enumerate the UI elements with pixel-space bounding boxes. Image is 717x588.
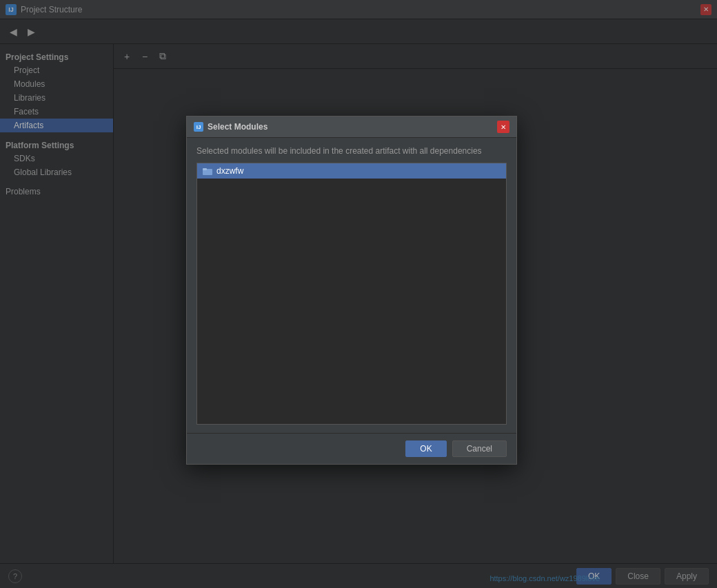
- dialog-description: Selected modules will be included in the…: [196, 146, 507, 156]
- module-label: dxzwfw: [216, 166, 243, 176]
- svg-rect-1: [203, 168, 207, 170]
- dialog-ok-button[interactable]: OK: [405, 440, 446, 457]
- dialog-body: Selected modules will be included in the…: [187, 138, 516, 433]
- modal-overlay: IJ Select Modules ✕ Selected modules wil…: [0, 0, 717, 588]
- module-item-dxzwfw[interactable]: dxzwfw: [197, 163, 506, 179]
- dialog-title-bar: IJ Select Modules ✕: [187, 116, 516, 138]
- dialog-footer: OK Cancel: [187, 433, 516, 464]
- module-folder-icon: [203, 166, 212, 176]
- select-modules-dialog: IJ Select Modules ✕ Selected modules wil…: [186, 116, 517, 465]
- dialog-title-left: IJ Select Modules: [194, 122, 267, 132]
- dialog-icon: IJ: [194, 122, 203, 132]
- modules-list: dxzwfw: [196, 163, 507, 425]
- dialog-title: Select Modules: [208, 122, 267, 132]
- dialog-close-button[interactable]: ✕: [497, 121, 509, 133]
- dialog-cancel-button[interactable]: Cancel: [452, 440, 507, 457]
